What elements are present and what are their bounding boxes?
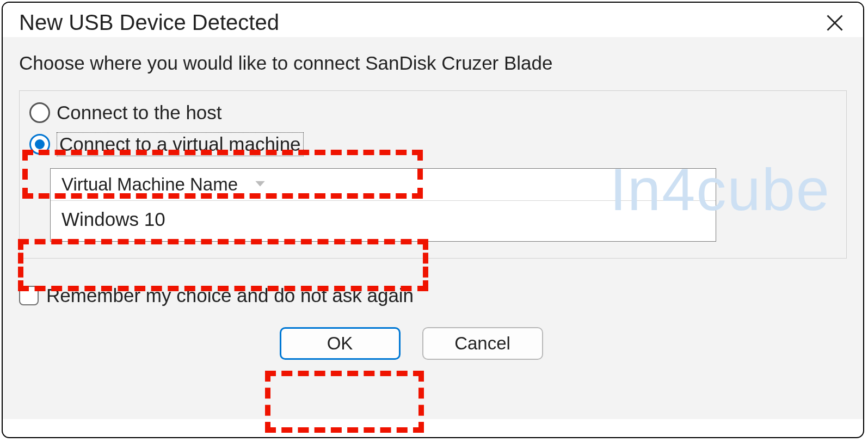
vm-header-label: Virtual Machine Name	[61, 174, 238, 195]
usb-device-dialog: New USB Device Detected In4cube Choose w…	[2, 2, 864, 438]
ok-button[interactable]: OK	[280, 327, 401, 360]
checkbox-icon	[19, 286, 39, 305]
sort-arrow-icon	[253, 174, 267, 195]
remember-choice-label: Remember my choice and do not ask again	[46, 285, 414, 306]
remember-choice-row[interactable]: Remember my choice and do not ask again	[19, 285, 847, 306]
titlebar: New USB Device Detected	[3, 3, 863, 37]
cancel-button[interactable]: Cancel	[422, 327, 543, 360]
radio-dot-icon	[35, 139, 45, 149]
close-icon	[825, 13, 845, 33]
radio-connect-vm[interactable]: Connect to a virtual machine	[27, 128, 839, 161]
radio-vm-label: Connect to a virtual machine	[57, 132, 304, 156]
dialog-title: New USB Device Detected	[19, 10, 279, 35]
radio-icon-unselected	[29, 102, 50, 123]
radio-icon-selected	[29, 134, 50, 155]
connection-group: Connect to the host Connect to a virtual…	[19, 90, 847, 259]
svg-marker-2	[255, 181, 264, 187]
button-row: OK Cancel	[19, 327, 847, 360]
close-button[interactable]	[823, 11, 847, 35]
radio-host-label: Connect to the host	[57, 102, 222, 124]
vm-list-item[interactable]: Windows 10	[51, 200, 716, 241]
vm-list: Virtual Machine Name Windows 10	[50, 168, 716, 242]
dialog-body: In4cube Choose where you would like to c…	[3, 37, 863, 419]
radio-connect-host[interactable]: Connect to the host	[27, 97, 839, 128]
instruction-text: Choose where you would like to connect S…	[19, 52, 847, 74]
vm-list-header[interactable]: Virtual Machine Name	[51, 169, 716, 200]
